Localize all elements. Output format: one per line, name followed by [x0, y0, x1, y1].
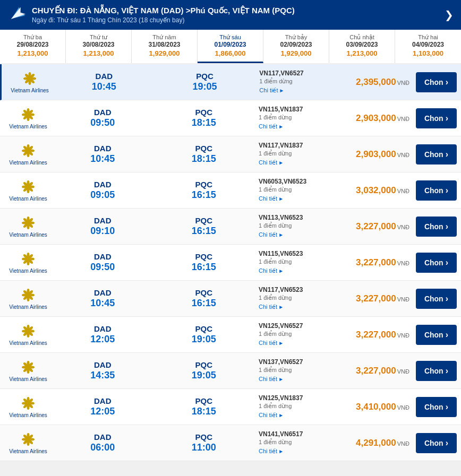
currency: VNĐ — [397, 152, 409, 158]
chon-button[interactable]: Chon › — [416, 397, 457, 417]
dep-code: DAD — [52, 180, 153, 189]
departure-cell: DAD 09:10 — [52, 216, 153, 237]
chon-button[interactable]: Chon › — [416, 108, 457, 128]
arr-code: PQC — [153, 360, 255, 369]
details-link[interactable]: Chi tiết ► — [259, 267, 284, 274]
arrival-cell: PQC 19:05 — [155, 72, 255, 92]
day-name: Thứ tư — [68, 34, 129, 41]
svg-point-19 — [26, 112, 30, 117]
chon-button[interactable]: Chon › — [416, 325, 457, 345]
dep-time: 09:05 — [52, 189, 153, 201]
stops: 1 điểm dừng — [259, 186, 356, 193]
date-selector: Thứ ba 29/08/2023 1,213,000 Thứ tư 30/08… — [0, 30, 461, 64]
airline-cell: Vietnam Airlines — [4, 215, 52, 238]
flight-price: 3,227,000 — [356, 221, 396, 231]
details-link[interactable]: Chi tiết ► — [259, 87, 284, 94]
flight-number: VN125,VN6527 — [259, 322, 356, 330]
chon-button[interactable]: Chon › — [416, 72, 457, 92]
airline-logo — [16, 288, 40, 302]
airline-name: Vietnam Airlines — [9, 412, 47, 418]
details-link[interactable]: Chi tiết ► — [259, 412, 284, 419]
action-cell: Chon › — [416, 325, 457, 345]
arr-code: PQC — [155, 72, 255, 81]
date-cell-0[interactable]: Thứ ba 29/08/2023 1,213,000 — [0, 30, 66, 63]
day-date: 04/09/2023 — [397, 41, 459, 48]
svg-point-46 — [26, 221, 30, 225]
chon-button[interactable]: Chon › — [416, 253, 457, 273]
airline-logo — [16, 252, 40, 266]
details-link[interactable]: Chi tiết ► — [259, 231, 284, 238]
dep-code: DAD — [52, 360, 153, 369]
details-link[interactable]: Chi tiết ► — [259, 448, 284, 455]
flight-row: Vietnam Airlines DAD 10:45 PQC 18:15 VN1… — [0, 136, 461, 172]
day-date: 31/08/2023 — [134, 41, 195, 48]
airline-logo — [16, 143, 40, 158]
price-cell: 3,227,000VNĐ — [356, 330, 412, 340]
arrival-cell: PQC 19:05 — [153, 360, 255, 381]
date-cell-3[interactable]: Thứ sáu 01/09/2023 1,866,000 — [198, 30, 263, 63]
chon-button[interactable]: Chon › — [416, 289, 457, 309]
chon-button[interactable]: Chon › — [416, 180, 457, 201]
date-cell-6[interactable]: Thứ hai 04/09/2023 1,103,000 — [395, 30, 461, 63]
stops: 1 điểm dừng — [259, 367, 356, 374]
arr-time: 16:15 — [153, 298, 255, 309]
airline-cell: Vietnam Airlines — [4, 143, 52, 166]
dep-time: 12:05 — [52, 334, 153, 345]
arr-time: 19:05 — [155, 81, 255, 92]
departure-cell: DAD 14:35 — [52, 360, 153, 381]
action-cell: Chon › — [416, 433, 457, 453]
svg-point-28 — [26, 149, 30, 153]
airline-logo — [16, 215, 40, 230]
flight-row: Vietnam Airlines DAD 09:10 PQC 16:15 VN1… — [0, 209, 461, 245]
chon-button[interactable]: Chon › — [416, 144, 457, 165]
flight-row: Vietnam Airlines DAD 14:35 PQC 19:05 VN1… — [0, 353, 461, 389]
airline-name: Vietnam Airlines — [9, 232, 47, 238]
day-date: 03/09/2023 — [331, 41, 392, 48]
date-cell-4[interactable]: Thứ bảy 02/09/2023 1,929,000 — [263, 30, 329, 63]
price-cell: 3,227,000VNĐ — [356, 257, 412, 268]
header-bar: CHUYẾN ĐI: ĐÀ NẴNG, VIỆT NAM (DAD) >Phú … — [0, 0, 461, 30]
day-name: Thứ bảy — [266, 34, 327, 41]
details-link[interactable]: Chi tiết ► — [259, 159, 284, 166]
airline-name: Vietnam Airlines — [9, 340, 47, 346]
svg-point-37 — [26, 185, 30, 189]
chon-button[interactable]: Chon › — [416, 217, 457, 237]
arr-time: 16:15 — [153, 226, 255, 237]
details-link[interactable]: Chi tiết ► — [259, 195, 284, 202]
action-cell: Chon › — [416, 72, 457, 92]
airline-name: Vietnam Airlines — [9, 196, 47, 202]
departure-cell: DAD 09:50 — [52, 252, 153, 273]
chon-button[interactable]: Chon › — [416, 433, 457, 453]
flight-info-cell: VN141,VN6517 1 điểm dừng Chi tiết ► — [254, 430, 356, 455]
details-link[interactable]: Chi tiết ► — [259, 304, 284, 310]
currency: VNĐ — [397, 260, 409, 266]
dep-time: 10:45 — [52, 153, 153, 165]
date-price: 1,213,000 — [68, 49, 129, 57]
date-cell-5[interactable]: Chủ nhật 03/09/2023 1,213,000 — [329, 30, 395, 63]
dep-code: DAD — [54, 72, 155, 81]
details-link[interactable]: Chi tiết ► — [259, 123, 284, 130]
airline-logo — [16, 432, 40, 447]
departure-cell: DAD 06:00 — [52, 432, 153, 453]
chevron-button[interactable]: ❯ — [445, 8, 454, 21]
arr-code: PQC — [153, 288, 255, 297]
dep-time: 10:45 — [52, 298, 153, 309]
flight-number: VN117,VN6527 — [259, 70, 356, 77]
date-price: 1,866,000 — [200, 49, 261, 57]
details-link[interactable]: Chi tiết ► — [259, 376, 284, 383]
chon-button[interactable]: Chon › — [416, 361, 457, 381]
flight-row: Vietnam Airlines DAD 06:00 PQC 11:00 VN1… — [0, 425, 461, 461]
date-cell-2[interactable]: Thứ năm 31/08/2023 1,929,000 — [132, 30, 198, 63]
details-link[interactable]: Chi tiết ► — [259, 340, 284, 347]
date-price: 1,213,000 — [331, 49, 392, 57]
dep-time: 14:35 — [52, 370, 153, 381]
currency: VNĐ — [397, 368, 409, 375]
departure-cell: DAD 09:05 — [52, 180, 153, 201]
flight-row: Vietnam Airlines DAD 12:05 PQC 18:15 VN1… — [0, 389, 461, 425]
arrival-cell: PQC 19:05 — [153, 324, 255, 345]
flight-price: 2,903,000 — [356, 149, 396, 159]
action-cell: Chon › — [416, 361, 457, 381]
date-cell-1[interactable]: Thứ tư 30/08/2023 1,213,000 — [66, 30, 132, 63]
flight-info-cell: VN117,VN6523 1 điểm dừng Chi tiết ► — [254, 286, 356, 311]
price-cell: 3,032,000VNĐ — [356, 185, 412, 196]
